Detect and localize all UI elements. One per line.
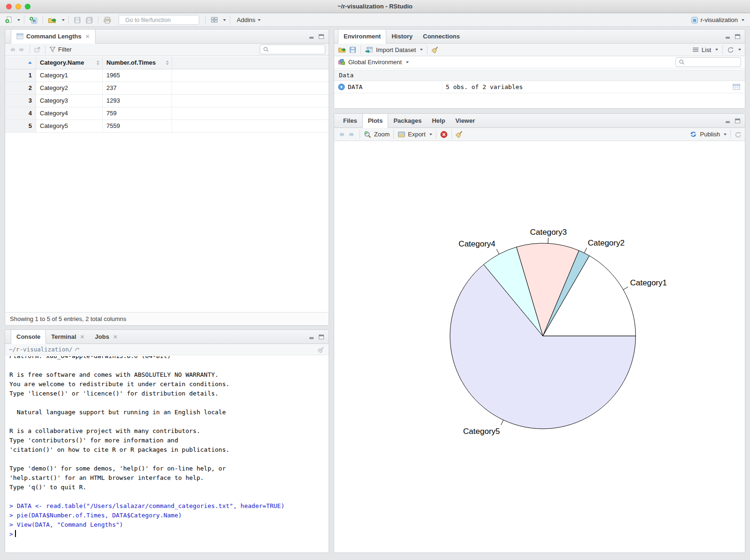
export-plot-dropdown[interactable] <box>429 134 432 135</box>
addins-menu[interactable]: Addins <box>234 16 263 23</box>
minimize-pane-icon[interactable] <box>309 334 315 340</box>
export-plot-icon[interactable] <box>398 131 405 138</box>
new-file-button[interactable] <box>4 15 14 26</box>
print-button[interactable] <box>102 15 112 26</box>
table-row: 3Category31293 <box>5 95 329 107</box>
pane-layout-dropdown[interactable] <box>223 19 226 21</box>
viewer-search[interactable] <box>260 45 325 54</box>
plots-toolbar: Zoom Export Publish <box>334 128 745 141</box>
list-view-dropdown[interactable] <box>715 49 718 51</box>
tab-packages[interactable]: Packages <box>388 114 427 127</box>
console-line: 'help.start()' for an HTML browser inter… <box>9 473 329 483</box>
goto-file-input[interactable] <box>125 17 201 23</box>
tab-history[interactable]: History <box>386 30 418 43</box>
close-tab-icon[interactable]: ✕ <box>80 334 85 340</box>
zoom-plot-label[interactable]: Zoom <box>374 131 390 138</box>
scope-selector[interactable]: Global Environment <box>348 59 402 66</box>
minimize-pane-icon[interactable] <box>309 34 315 39</box>
clear-all-plots-icon[interactable] <box>456 131 463 138</box>
save-all-button[interactable] <box>84 15 94 26</box>
environment-search[interactable] <box>675 57 741 67</box>
main-toolbar: R Addins R r-visualization <box>0 14 750 27</box>
close-window-button[interactable] <box>6 4 12 9</box>
open-file-button[interactable] <box>47 15 58 26</box>
tab-command-lengths[interactable]: Command Lengths ✕ <box>11 30 96 44</box>
close-tab-icon[interactable]: ✕ <box>85 33 90 40</box>
goto-directory-icon[interactable] <box>75 347 81 352</box>
working-directory-path: ~/r-visualization/ <box>9 346 72 353</box>
maximize-pane-icon[interactable] <box>735 34 741 39</box>
publish-icon[interactable] <box>689 131 698 138</box>
publish-dropdown[interactable] <box>724 134 727 135</box>
tab-console[interactable]: Console <box>11 330 46 344</box>
console-line: You are welcome to redistribute it under… <box>9 380 329 389</box>
viewer-search-input[interactable] <box>271 46 322 53</box>
maximize-pane-icon[interactable] <box>318 34 324 39</box>
minimize-window-button[interactable] <box>15 4 21 9</box>
expand-object-icon[interactable] <box>338 83 345 90</box>
tab-connections[interactable]: Connections <box>418 30 465 43</box>
new-file-dropdown[interactable] <box>17 19 20 21</box>
back-icon[interactable] <box>8 46 16 53</box>
zoom-window-button[interactable] <box>25 4 30 9</box>
tab-plots[interactable]: Plots <box>362 114 389 128</box>
zoom-plot-icon[interactable] <box>364 131 372 138</box>
export-plot-label[interactable]: Export <box>408 131 426 138</box>
filter-label[interactable]: Filter <box>58 46 72 53</box>
tab-terminal[interactable]: Terminal✕ <box>46 330 90 343</box>
new-project-button[interactable]: R <box>28 15 39 26</box>
list-view-label[interactable]: List <box>702 46 711 53</box>
sort-toggle-icon[interactable] <box>97 60 102 65</box>
tab-environment[interactable]: Environment <box>338 30 386 44</box>
console-output[interactable]: Platform: x86_64-apple-darwin15.6.0 (64-… <box>5 356 329 553</box>
row-number-header[interactable] <box>5 56 36 69</box>
tab-jobs[interactable]: Jobs✕ <box>90 330 123 343</box>
refresh-plot-icon[interactable] <box>735 131 742 138</box>
column-header-number-of-times[interactable]: Number.of.Times <box>103 56 172 69</box>
list-view-icon[interactable] <box>692 47 699 52</box>
minimize-pane-icon[interactable] <box>725 118 731 124</box>
tab-files[interactable]: Files <box>338 114 362 127</box>
import-dataset-label[interactable]: Import Dataset <box>376 46 416 53</box>
import-dataset-dropdown[interactable] <box>420 49 423 51</box>
refresh-dropdown[interactable] <box>738 49 741 51</box>
load-workspace-icon[interactable] <box>338 46 346 53</box>
tab-help[interactable]: Help <box>427 114 450 127</box>
environment-pane: Environment History Connections Import D… <box>334 29 745 109</box>
environment-object-row[interactable]: DATA 5 obs. of 2 variables <box>334 81 745 93</box>
save-button[interactable] <box>73 15 82 26</box>
tab-viewer[interactable]: Viewer <box>450 114 480 127</box>
titlebar: ~/r-visualization - RStudio <box>0 0 750 13</box>
previous-plot-icon[interactable] <box>338 131 345 138</box>
project-selector[interactable]: R r-visualization <box>691 16 746 24</box>
maximize-pane-icon[interactable] <box>735 118 741 124</box>
pie-label-tick <box>501 420 503 425</box>
next-plot-icon[interactable] <box>348 131 356 138</box>
console-prompt-line[interactable]: > <box>9 530 329 539</box>
table-footer-status: Showing 1 to 5 of 5 entries, 2 total col… <box>5 312 329 325</box>
minimize-pane-icon[interactable] <box>725 34 731 39</box>
console-line <box>9 492 329 501</box>
clear-console-icon[interactable] <box>318 346 325 353</box>
pane-layout-button[interactable] <box>210 15 219 26</box>
open-recent-dropdown[interactable] <box>62 19 65 21</box>
forward-icon[interactable] <box>18 46 26 53</box>
maximize-pane-icon[interactable] <box>318 334 324 340</box>
sort-toggle-icon[interactable] <box>166 60 172 65</box>
remove-plot-icon[interactable] <box>440 131 448 138</box>
scope-dropdown[interactable] <box>406 61 409 63</box>
goto-file-search[interactable] <box>119 15 199 25</box>
import-dataset-icon[interactable] <box>365 46 373 53</box>
refresh-icon[interactable] <box>727 46 734 53</box>
filter-icon[interactable] <box>49 46 56 52</box>
open-in-window-icon[interactable] <box>34 46 41 53</box>
save-workspace-icon[interactable] <box>349 46 356 53</box>
view-data-icon[interactable] <box>733 84 740 90</box>
clear-environment-icon[interactable] <box>432 46 439 53</box>
viewer-toolbar: Filter <box>5 44 329 56</box>
search-icon <box>263 46 269 52</box>
environment-search-input[interactable] <box>687 59 738 66</box>
close-tab-icon[interactable]: ✕ <box>113 334 118 340</box>
column-header-category-name[interactable]: Category.Name <box>36 56 103 69</box>
publish-label[interactable]: Publish <box>700 131 720 138</box>
